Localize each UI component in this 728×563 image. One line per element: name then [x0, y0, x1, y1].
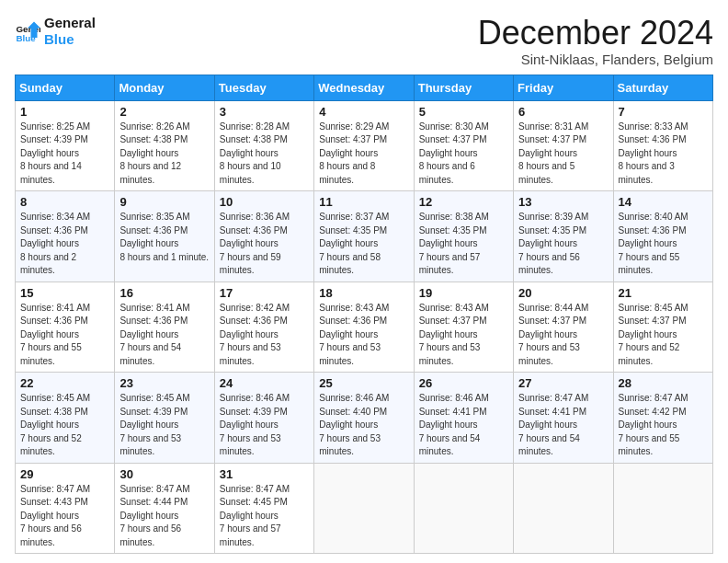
calendar-cell: 17 Sunrise: 8:42 AM Sunset: 4:36 PM Dayl…: [214, 282, 313, 373]
calendar-cell: 28 Sunrise: 8:47 AM Sunset: 4:42 PM Dayl…: [613, 373, 712, 464]
calendar-cell: 31 Sunrise: 8:47 AM Sunset: 4:45 PM Dayl…: [214, 463, 313, 554]
header-wednesday: Wednesday: [314, 75, 414, 100]
day-number: 4: [319, 105, 408, 119]
calendar-cell: [414, 463, 513, 554]
day-number: 5: [419, 105, 508, 119]
day-number: 2: [119, 105, 209, 119]
calendar-cell: 1 Sunrise: 8:25 AM Sunset: 4:39 PM Dayli…: [16, 100, 115, 191]
calendar-cell: 21 Sunrise: 8:45 AM Sunset: 4:37 PM Dayl…: [613, 282, 712, 373]
cell-content: Sunrise: 8:31 AM Sunset: 4:37 PM Dayligh…: [518, 121, 608, 188]
calendar-cell: 18 Sunrise: 8:43 AM Sunset: 4:36 PM Dayl…: [314, 282, 414, 373]
day-number: 14: [619, 195, 708, 209]
day-number: 29: [20, 467, 109, 481]
header-monday: Monday: [115, 75, 214, 100]
day-number: 27: [518, 376, 608, 390]
day-number: 10: [220, 195, 309, 209]
cell-content: Sunrise: 8:36 AM Sunset: 4:36 PM Dayligh…: [220, 211, 309, 278]
cell-content: Sunrise: 8:44 AM Sunset: 4:37 PM Dayligh…: [518, 302, 608, 369]
header-sunday: Sunday: [16, 75, 115, 100]
calendar-week-row: 1 Sunrise: 8:25 AM Sunset: 4:39 PM Dayli…: [16, 100, 713, 191]
day-number: 31: [220, 467, 309, 481]
header-friday: Friday: [514, 75, 613, 100]
day-number: 24: [220, 376, 309, 390]
cell-content: Sunrise: 8:45 AM Sunset: 4:37 PM Dayligh…: [619, 302, 708, 369]
cell-content: Sunrise: 8:46 AM Sunset: 4:39 PM Dayligh…: [220, 392, 309, 459]
month-title: December 2024: [478, 15, 713, 52]
cell-content: Sunrise: 8:39 AM Sunset: 4:35 PM Dayligh…: [518, 211, 608, 278]
day-number: 11: [319, 195, 408, 209]
cell-content: Sunrise: 8:40 AM Sunset: 4:36 PM Dayligh…: [619, 211, 708, 278]
cell-content: Sunrise: 8:29 AM Sunset: 4:37 PM Dayligh…: [319, 121, 408, 188]
calendar-cell: 11 Sunrise: 8:37 AM Sunset: 4:35 PM Dayl…: [314, 191, 414, 282]
cell-content: Sunrise: 8:46 AM Sunset: 4:41 PM Dayligh…: [419, 392, 508, 459]
calendar-cell: 2 Sunrise: 8:26 AM Sunset: 4:38 PM Dayli…: [115, 100, 214, 191]
calendar-cell: [314, 463, 414, 554]
calendar-cell: 27 Sunrise: 8:47 AM Sunset: 4:41 PM Dayl…: [514, 373, 613, 464]
calendar-cell: 15 Sunrise: 8:41 AM Sunset: 4:36 PM Dayl…: [16, 282, 115, 373]
header-tuesday: Tuesday: [214, 75, 313, 100]
cell-content: Sunrise: 8:41 AM Sunset: 4:36 PM Dayligh…: [20, 302, 109, 369]
day-number: 3: [220, 105, 309, 119]
day-number: 7: [619, 105, 708, 119]
day-number: 26: [419, 376, 508, 390]
title-block: December 2024 Sint-Niklaas, Flanders, Be…: [478, 15, 713, 67]
calendar-cell: 20 Sunrise: 8:44 AM Sunset: 4:37 PM Dayl…: [514, 282, 613, 373]
calendar-cell: 9 Sunrise: 8:35 AM Sunset: 4:36 PM Dayli…: [115, 191, 214, 282]
day-number: 19: [419, 286, 508, 300]
calendar-cell: 6 Sunrise: 8:31 AM Sunset: 4:37 PM Dayli…: [514, 100, 613, 191]
calendar-table: SundayMondayTuesdayWednesdayThursdayFrid…: [15, 75, 713, 555]
day-number: 20: [518, 286, 608, 300]
calendar-cell: 10 Sunrise: 8:36 AM Sunset: 4:36 PM Dayl…: [214, 191, 313, 282]
logo-icon: General Blue: [15, 18, 40, 44]
cell-content: Sunrise: 8:47 AM Sunset: 4:44 PM Dayligh…: [119, 483, 209, 550]
cell-content: Sunrise: 8:45 AM Sunset: 4:39 PM Dayligh…: [119, 392, 209, 459]
calendar-cell: 25 Sunrise: 8:46 AM Sunset: 4:40 PM Dayl…: [314, 373, 414, 464]
cell-content: Sunrise: 8:47 AM Sunset: 4:42 PM Dayligh…: [619, 392, 708, 459]
calendar-cell: 30 Sunrise: 8:47 AM Sunset: 4:44 PM Dayl…: [115, 463, 214, 554]
calendar-cell: 16 Sunrise: 8:41 AM Sunset: 4:36 PM Dayl…: [115, 282, 214, 373]
day-number: 25: [319, 376, 408, 390]
cell-content: Sunrise: 8:46 AM Sunset: 4:40 PM Dayligh…: [319, 392, 408, 459]
calendar-week-row: 8 Sunrise: 8:34 AM Sunset: 4:36 PM Dayli…: [16, 191, 713, 282]
day-number: 28: [619, 376, 708, 390]
calendar-cell: 7 Sunrise: 8:33 AM Sunset: 4:36 PM Dayli…: [613, 100, 712, 191]
day-number: 23: [119, 376, 209, 390]
day-number: 22: [20, 376, 109, 390]
day-number: 18: [319, 286, 408, 300]
calendar-week-row: 15 Sunrise: 8:41 AM Sunset: 4:36 PM Dayl…: [16, 282, 713, 373]
calendar-cell: 26 Sunrise: 8:46 AM Sunset: 4:41 PM Dayl…: [414, 373, 513, 464]
calendar-cell: 8 Sunrise: 8:34 AM Sunset: 4:36 PM Dayli…: [16, 191, 115, 282]
calendar-cell: 3 Sunrise: 8:28 AM Sunset: 4:38 PM Dayli…: [214, 100, 313, 191]
cell-content: Sunrise: 8:25 AM Sunset: 4:39 PM Dayligh…: [20, 121, 109, 188]
cell-content: Sunrise: 8:47 AM Sunset: 4:41 PM Dayligh…: [518, 392, 608, 459]
calendar-cell: 23 Sunrise: 8:45 AM Sunset: 4:39 PM Dayl…: [115, 373, 214, 464]
day-number: 8: [20, 195, 109, 209]
cell-content: Sunrise: 8:38 AM Sunset: 4:35 PM Dayligh…: [419, 211, 508, 278]
cell-content: Sunrise: 8:35 AM Sunset: 4:36 PM Dayligh…: [119, 211, 209, 264]
cell-content: Sunrise: 8:33 AM Sunset: 4:36 PM Dayligh…: [619, 121, 708, 188]
day-number: 17: [220, 286, 309, 300]
calendar-week-row: 22 Sunrise: 8:45 AM Sunset: 4:38 PM Dayl…: [16, 373, 713, 464]
day-number: 9: [119, 195, 209, 209]
calendar-header-row: SundayMondayTuesdayWednesdayThursdayFrid…: [16, 75, 713, 100]
cell-content: Sunrise: 8:43 AM Sunset: 4:36 PM Dayligh…: [319, 302, 408, 369]
page-header: General Blue General Blue December 2024 …: [15, 15, 713, 67]
calendar-cell: 5 Sunrise: 8:30 AM Sunset: 4:37 PM Dayli…: [414, 100, 513, 191]
day-number: 12: [419, 195, 508, 209]
header-thursday: Thursday: [414, 75, 513, 100]
calendar-cell: 14 Sunrise: 8:40 AM Sunset: 4:36 PM Dayl…: [613, 191, 712, 282]
calendar-cell: 29 Sunrise: 8:47 AM Sunset: 4:43 PM Dayl…: [16, 463, 115, 554]
logo-blue-text: Blue: [44, 31, 96, 48]
day-number: 13: [518, 195, 608, 209]
cell-content: Sunrise: 8:37 AM Sunset: 4:35 PM Dayligh…: [319, 211, 408, 278]
calendar-cell: 12 Sunrise: 8:38 AM Sunset: 4:35 PM Dayl…: [414, 191, 513, 282]
cell-content: Sunrise: 8:28 AM Sunset: 4:38 PM Dayligh…: [220, 121, 309, 188]
calendar-cell: [613, 463, 712, 554]
calendar-cell: 22 Sunrise: 8:45 AM Sunset: 4:38 PM Dayl…: [16, 373, 115, 464]
day-number: 1: [20, 105, 109, 119]
day-number: 15: [20, 286, 109, 300]
calendar-cell: 4 Sunrise: 8:29 AM Sunset: 4:37 PM Dayli…: [314, 100, 414, 191]
calendar-cell: 24 Sunrise: 8:46 AM Sunset: 4:39 PM Dayl…: [214, 373, 313, 464]
logo: General Blue General Blue: [15, 15, 96, 48]
cell-content: Sunrise: 8:45 AM Sunset: 4:38 PM Dayligh…: [20, 392, 109, 459]
